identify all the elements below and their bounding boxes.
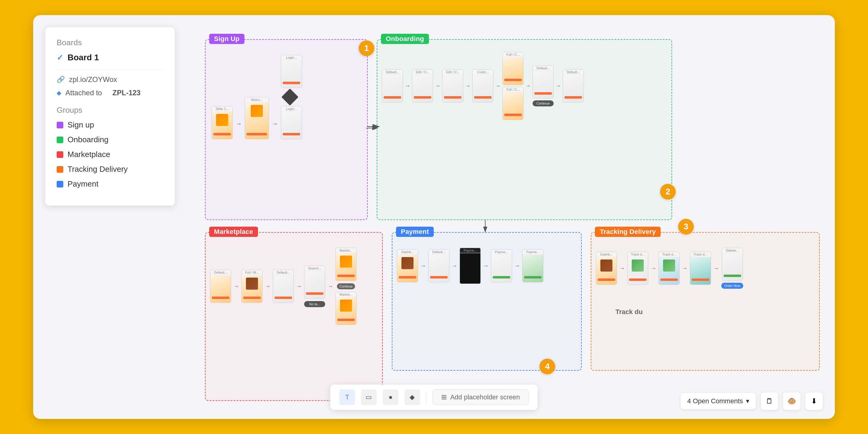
screen-mp5[interactable]: Market... [336, 248, 356, 281]
add-note-btn[interactable]: 🗒 [761, 393, 778, 410]
group-box-onboarding: Onboarding Default... → Edit / C... → Ed… [377, 39, 672, 220]
group-color-signup [57, 122, 63, 128]
screen-ob5[interactable]: Full / C... [502, 52, 524, 85]
groups-section: Groups Sign up Onboarding Marketplace Tr… [57, 105, 163, 189]
screen-pay2[interactable]: Default... [428, 249, 450, 282]
diamond-tool-btn[interactable]: ◆ [404, 390, 420, 405]
screen-slide1[interactable]: Slide 1... [212, 106, 233, 139]
add-placeholder-icon: ⊞ [441, 393, 447, 401]
diamond-icon: ◆ [57, 89, 61, 96]
group-tracking-delivery[interactable]: Tracking Delivery [57, 164, 163, 174]
group-signup[interactable]: Sign up [57, 120, 163, 130]
monkey-icon: 🐵 [787, 397, 796, 405]
group-label-onboarding-box: Onboarding [381, 34, 429, 44]
link-item[interactable]: 🔗 zpl.io/ZOYWox [57, 75, 163, 84]
rect-tool-btn[interactable]: ▭ [361, 390, 377, 405]
add-note-icon: 🗒 [766, 397, 773, 405]
download-icon: ⬇ [811, 397, 817, 405]
screen-ob1[interactable]: Default... [382, 69, 403, 102]
group-label-tracking-box: Tracking Delivery [595, 227, 661, 237]
attached-label: Attached to [65, 89, 102, 97]
boards-section-title: Boards [57, 38, 163, 47]
group-label-signup-box: Sign Up [209, 34, 244, 44]
group-marketplace[interactable]: Marketplace [57, 150, 163, 159]
screen-mp6[interactable]: Market... [336, 292, 356, 325]
monkey-btn[interactable]: 🐵 [783, 393, 801, 410]
group-color-payment [57, 181, 63, 187]
board-name: Board 1 [67, 53, 99, 62]
groups-title: Groups [57, 105, 163, 115]
add-placeholder-label: Add placeholder screen [450, 393, 520, 401]
group-box-tracking: Tracking Delivery Dashb... → Track d... … [591, 232, 820, 371]
board-item[interactable]: ✓ Board 1 [57, 53, 163, 62]
screen-ob3[interactable]: Edit / C... [442, 69, 463, 102]
group-color-marketplace [57, 151, 63, 158]
badge-4: 4 [539, 359, 555, 374]
screen-login1[interactable]: Login... [281, 55, 302, 88]
add-placeholder-btn[interactable]: ⊞ Add placeholder screen [433, 390, 529, 405]
link-icon: 🔗 [57, 76, 65, 84]
screen-pay1[interactable]: Dashb... [397, 249, 418, 282]
top-right-toolbar: 4 Open Comments ▾ 🗒 🐵 ⬇ [681, 393, 823, 410]
attached-item: ◆ Attached to ZPL-123 [57, 89, 163, 97]
badge-1: 1 [359, 40, 374, 56]
group-label-signup: Sign up [67, 120, 94, 130]
group-label-onboarding: Onboarding [67, 135, 108, 144]
comments-chevron: ▾ [746, 397, 749, 405]
screen-tr2[interactable]: Track d... [627, 252, 648, 285]
screen-mp2[interactable]: Full / M... [241, 270, 262, 303]
diamond-icon: ◆ [410, 393, 415, 401]
toolbar-separator [426, 391, 427, 403]
screen-mp1[interactable]: Default... [210, 270, 231, 303]
screen-ob7[interactable]: Default... [532, 65, 554, 98]
group-payment[interactable]: Payment [57, 179, 163, 189]
text-tool-btn[interactable]: T [339, 390, 355, 405]
sidebar-dropdown: Boards ✓ Board 1 🔗 zpl.io/ZOYWox ◆ Attac… [45, 27, 175, 206]
rect-icon: ▭ [366, 393, 372, 401]
group-box-signup: Sign Up Slide 1... → Welco... [205, 39, 368, 220]
screen-mp4[interactable]: Search... [304, 266, 325, 299]
screen-login2[interactable]: Login... [281, 106, 302, 139]
screen-pay3[interactable]: Payme... [460, 248, 481, 284]
screen-tr1[interactable]: Dashb... [596, 252, 617, 285]
badge-3: 3 [678, 219, 694, 235]
zpl-link-text: zpl.io/ZOYWox [69, 75, 117, 84]
group-label-payment-box: Payment [396, 227, 434, 237]
group-onboarding[interactable]: Onboarding [57, 135, 163, 144]
screen-ob4[interactable]: Custo... [472, 69, 493, 102]
attached-value: ZPL-123 [113, 89, 141, 97]
screen-ob2[interactable]: Edit / C... [412, 69, 433, 102]
screen-mp3[interactable]: Default... [273, 270, 294, 303]
badge-2: 2 [660, 184, 676, 199]
download-btn[interactable]: ⬇ [805, 393, 823, 410]
circle-tool-btn[interactable]: ● [383, 390, 398, 405]
screen-welcome[interactable]: Welco... [245, 97, 269, 139]
group-box-payment: Payment Dashb... → Default... → Payme...… [392, 232, 582, 371]
comments-btn[interactable]: 4 Open Comments ▾ [681, 393, 756, 409]
track-du-label: Track du [615, 308, 643, 316]
group-box-marketplace: Marketplace Default... → Full / M... → D… [205, 232, 383, 401]
screen-tr3[interactable]: Track d... [658, 252, 680, 285]
comments-label: 4 Open Comments [687, 397, 743, 405]
text-icon: T [345, 393, 349, 401]
screen-pay5[interactable]: Payme... [522, 249, 544, 282]
screen-tr4[interactable]: Track d... [690, 252, 711, 285]
group-color-tracking [57, 166, 63, 173]
group-label-marketplace: Marketplace [67, 150, 110, 159]
screen-tr5[interactable]: Deliver... [722, 248, 743, 281]
screen-pay4[interactable]: Payme... [491, 249, 512, 282]
circle-icon: ● [389, 393, 393, 401]
screen-ob8[interactable]: Default... [563, 69, 584, 102]
group-label-tracking: Tracking Delivery [67, 164, 128, 174]
group-label-payment: Payment [67, 179, 98, 189]
screen-ob6[interactable]: Full / C... [502, 87, 524, 120]
group-color-onboarding [57, 136, 63, 143]
divider [57, 70, 163, 70]
bottom-toolbar: T ▭ ● ◆ ⊞ Add placeholder screen [330, 384, 538, 410]
group-label-marketplace-box: Marketplace [209, 227, 258, 237]
check-icon: ✓ [57, 53, 63, 62]
main-canvas: Boards ✓ Board 1 🔗 zpl.io/ZOYWox ◆ Attac… [33, 15, 835, 419]
